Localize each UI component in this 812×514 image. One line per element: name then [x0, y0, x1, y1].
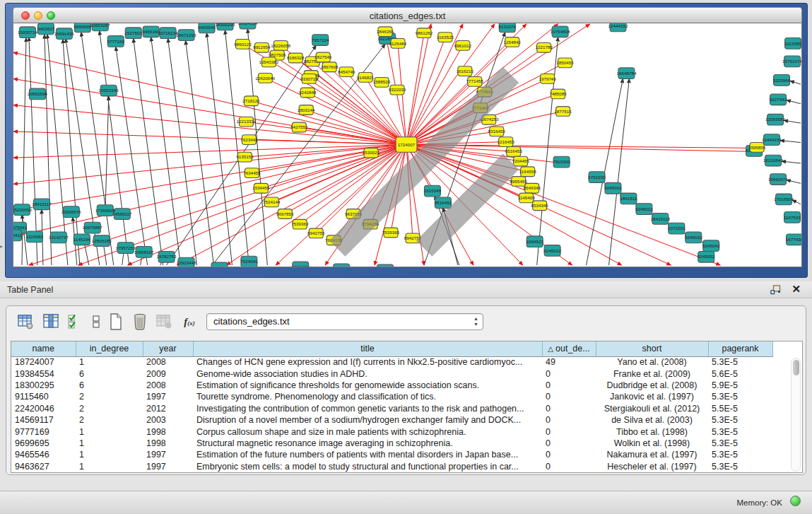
table-row[interactable]: 977716911998Corpus callosum shape and si…	[11, 426, 772, 437]
table-row[interactable]: 946362711997Embryonic stem cells: a mode…	[11, 461, 772, 472]
delete-table-icon[interactable]	[131, 313, 149, 331]
attribute-table: namein_degreeyeartitle△out_de...shortpag…	[11, 341, 803, 473]
table-row[interactable]: 911546021997Tourette syndrome. Phenomeno…	[11, 391, 772, 402]
cell: Structural magnetic resonance image aver…	[193, 438, 542, 449]
import-table-disabled-icon	[155, 313, 173, 331]
splitter-collapse-icon[interactable]: ▸	[0, 243, 5, 250]
column-header-title[interactable]: title	[193, 341, 542, 356]
cell: Franke et al. (2009)	[596, 368, 708, 379]
cell: 1	[76, 449, 143, 460]
table-panel: Table Panel ✕	[0, 281, 812, 491]
cell: 2003	[143, 414, 193, 426]
cell: 1	[76, 356, 143, 368]
new-table-icon[interactable]	[107, 313, 125, 331]
column-header-year[interactable]: year	[143, 341, 193, 356]
cell: 5.3E-5	[708, 426, 772, 437]
sort-ascending-icon: △	[548, 345, 553, 353]
cell: Corpus callosum shape and size in male p…	[193, 426, 542, 437]
cell: 9465546	[11, 449, 76, 460]
cell: Embryonic stem cells: a model to study s…	[193, 461, 542, 472]
cell: 5.3E-5	[708, 414, 772, 426]
table-panel-title: Table Panel	[7, 285, 53, 295]
cell: Tourette syndrome. Phenomenology and cla…	[193, 391, 542, 402]
combo-value: citations_edges.txt	[213, 316, 290, 327]
function-builder-icon[interactable]: f(x)	[180, 313, 199, 331]
cell: 18724007	[11, 356, 76, 368]
cell: Tibbo et al. (1998)	[596, 426, 708, 437]
cell: 0	[542, 403, 596, 414]
cell: 0	[542, 380, 596, 391]
cell: Yano et al. (2008)	[596, 356, 708, 368]
combo-arrows-icon: ▲▼	[473, 316, 478, 327]
cell: 2009	[143, 368, 193, 379]
table-row[interactable]: 1456911722003Disruption of a novel membe…	[11, 414, 772, 426]
close-panel-icon[interactable]: ✕	[792, 283, 801, 296]
status-bar: Memory: OK	[0, 491, 812, 514]
cell: 1	[76, 426, 143, 437]
table-row[interactable]: 946554611997Estimation of the future num…	[11, 449, 772, 460]
table-panel-header: Table Panel ✕	[0, 281, 812, 298]
cell: 0	[542, 414, 596, 426]
cell: 0	[542, 449, 596, 460]
cell: Hescheler et al. (1997)	[596, 461, 708, 472]
cell: 5.6E-5	[708, 368, 772, 379]
cell: Estimation of significance thresholds fo…	[193, 380, 542, 391]
cell: Stergiakouli et al. (2012)	[596, 403, 708, 414]
cell: 1998	[143, 426, 193, 437]
table-select-combobox[interactable]: citations_edges.txt ▲▼	[206, 313, 483, 330]
cell: 14569117	[11, 414, 76, 426]
select-columns-icon[interactable]	[66, 313, 84, 331]
float-window-icon[interactable]	[770, 285, 781, 295]
column-header-in_degree[interactable]: in_degree	[76, 341, 143, 356]
network-window-title: citations_edges.txt	[13, 11, 801, 21]
memory-status-label: Memory: OK	[736, 498, 782, 507]
cell: 2	[76, 403, 143, 414]
cell: 5.9E-5	[708, 380, 772, 391]
column-header-name[interactable]: name	[11, 341, 76, 356]
table-scrollbar[interactable]	[791, 358, 801, 472]
table-row[interactable]: 1872400712008Changes of HCN gene express…	[11, 356, 772, 368]
cell: 2012	[143, 403, 193, 414]
resize-grip-icon[interactable]	[13, 23, 801, 266]
network-window-titlebar[interactable]: citations_edges.txt	[13, 7, 802, 23]
cell: 0	[542, 461, 596, 472]
column-header-pagerank[interactable]: pagerank	[708, 341, 772, 356]
cell: 9115460	[11, 391, 76, 402]
row-height-icon[interactable]	[87, 313, 105, 331]
network-canvas[interactable]: 1905572494636272069143696996951065328797…	[13, 23, 802, 267]
cell: 2	[76, 391, 143, 402]
cell: 0	[542, 438, 596, 449]
cell: 1997	[143, 461, 193, 472]
column-header-out_de[interactable]: △out_de...	[542, 341, 596, 356]
cell: 6	[76, 380, 143, 391]
table-row[interactable]: 969969511998Structural magnetic resonanc…	[11, 438, 772, 449]
table-options-icon[interactable]	[16, 313, 35, 331]
show-columns-icon[interactable]	[42, 313, 60, 331]
cell: 5.3E-5	[708, 438, 772, 449]
network-window: citations_edges.txt 19055724946362720691…	[5, 3, 808, 278]
cell: 0	[542, 391, 596, 402]
cell: 2008	[143, 380, 193, 391]
cell: Investigating the contribution of common…	[193, 403, 542, 414]
cell: 1997	[143, 391, 193, 402]
cell: 5.3E-5	[708, 461, 772, 472]
table-toolbar: f(x) citations_edges.txt ▲▼	[11, 310, 801, 336]
cell: 19384554	[11, 368, 76, 379]
table-row[interactable]: 1938455462009Genome-wide association stu…	[11, 368, 772, 379]
cell: 49	[542, 356, 596, 368]
cell: 18300295	[11, 380, 76, 391]
table-row[interactable]: 1830029562008Estimation of significance …	[11, 380, 772, 391]
cell: 5.3E-5	[708, 356, 772, 368]
cell: 0	[542, 368, 596, 379]
cell: 6	[76, 368, 143, 379]
cell: Estimation of the future numbers of pati…	[193, 449, 542, 460]
cell: Genome-wide association studies in ADHD.	[193, 368, 542, 379]
table-row[interactable]: 2242004622012Investigating the contribut…	[11, 403, 772, 414]
column-header-short[interactable]: short	[596, 341, 708, 356]
table-scrollbar-thumb[interactable]	[793, 360, 799, 375]
cell: Changes of HCN gene expression and I(f) …	[193, 356, 542, 368]
cell: Dudbridge et al. (2008)	[596, 380, 708, 391]
memory-status-icon[interactable]	[790, 496, 801, 506]
cell: 1997	[143, 449, 193, 460]
cell: 9463627	[11, 461, 76, 472]
